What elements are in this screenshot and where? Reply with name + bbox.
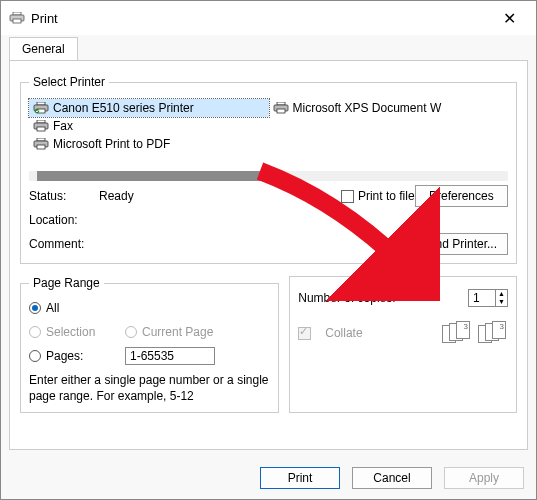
svg-rect-13 [37,138,45,141]
radio-pages[interactable] [29,350,41,362]
radio-selection [29,326,41,338]
tab-general[interactable]: General [9,37,78,60]
status-label: Status: [29,189,99,203]
preferences-button[interactable]: Preferences [415,185,508,207]
tab-panel-general: Select Printer Canon E510 series Printer… [9,60,528,450]
window-title: Print [31,11,58,26]
comment-label: Comment: [29,237,99,251]
collate-checkbox [298,327,311,340]
printer-item[interactable]: Fax [29,117,269,135]
copies-group: Number of copies: 1 ▲▼ Collate 123 123 [289,276,517,413]
apply-button: Apply [444,467,524,489]
printer-name: Microsoft XPS Document W [293,101,442,115]
copies-spinner[interactable]: 1 ▲▼ [468,289,508,307]
printer-icon [33,138,49,150]
svg-rect-0 [13,12,21,15]
radio-current-page-label: Current Page [142,325,213,339]
svg-rect-10 [37,120,45,123]
svg-rect-7 [277,102,285,105]
print-dialog: Print ✕ General Select Printer Canon E51… [0,0,537,500]
printer-icon [33,102,49,114]
horizontal-scrollbar[interactable] [29,171,508,181]
page-range-legend: Page Range [29,276,104,290]
collate-label: Collate [325,326,362,340]
print-to-file-checkbox[interactable] [341,190,354,203]
select-printer-group: Select Printer Canon E510 series Printer… [20,75,517,264]
print-button[interactable]: Print [260,467,340,489]
titlebar: Print ✕ [1,1,536,35]
printer-list[interactable]: Canon E510 series Printer Microsoft XPS … [29,95,508,181]
printer-item[interactable]: Canon E510 series Printer [29,99,269,117]
printer-item[interactable]: Microsoft Print to PDF [29,135,269,153]
printer-name: Microsoft Print to PDF [53,137,170,151]
cancel-button[interactable]: Cancel [352,467,432,489]
svg-rect-3 [37,102,45,105]
location-label: Location: [29,213,99,227]
pages-input[interactable] [125,347,215,365]
collate-icon: 123 123 [442,321,508,345]
select-printer-legend: Select Printer [29,75,109,89]
page-range-group: Page Range All Selection Current Page Pa… [20,276,279,413]
page-range-hint: Enter either a single page number or a s… [29,372,270,404]
copies-value: 1 [469,291,495,305]
scrollbar-thumb[interactable] [37,171,267,181]
close-button[interactable]: ✕ [491,5,528,32]
printer-name: Canon E510 series Printer [53,101,194,115]
svg-rect-2 [13,19,21,23]
tab-strip: General [1,37,536,60]
radio-current-page [125,326,137,338]
spinner-down-icon[interactable]: ▼ [496,298,507,306]
printer-icon [33,120,49,132]
printer-icon [273,102,289,114]
copies-label: Number of copies: [298,291,395,305]
radio-selection-label: Selection [46,325,95,339]
status-value: Ready [99,189,219,203]
find-printer-button[interactable]: Find Printer... [415,233,508,255]
svg-rect-9 [277,109,285,113]
print-to-file-label: Print to file [358,189,415,203]
printer-item[interactable]: Microsoft XPS Document W [269,99,509,117]
printer-icon [9,12,25,24]
spinner-up-icon[interactable]: ▲ [496,290,507,298]
radio-all-label: All [46,301,59,315]
radio-pages-label: Pages: [46,349,83,363]
radio-all[interactable] [29,302,41,314]
printer-name: Fax [53,119,73,133]
dialog-buttons: Print Cancel Apply [260,467,524,489]
svg-rect-12 [37,127,45,131]
svg-rect-15 [37,145,45,149]
